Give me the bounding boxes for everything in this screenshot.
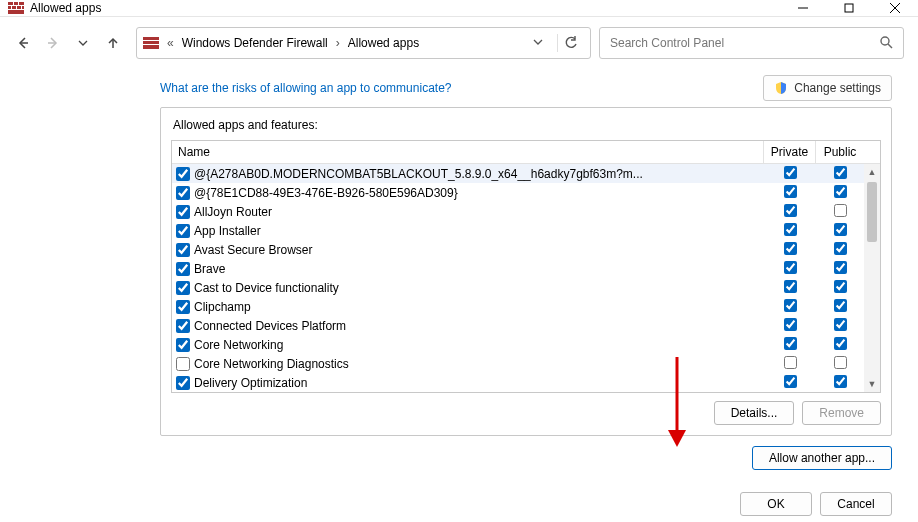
svg-rect-9 [845,4,853,12]
row-private-checkbox[interactable] [784,223,797,236]
row-app-name: App Installer [194,224,764,238]
row-enable-checkbox[interactable] [176,186,190,200]
row-public-checkbox[interactable] [834,318,847,331]
column-header-private[interactable]: Private [764,141,816,163]
title-bar: Allowed apps [0,0,918,17]
row-enable-checkbox[interactable] [176,224,190,238]
address-dropdown-button[interactable] [529,36,547,50]
row-app-name: Core Networking Diagnostics [194,357,764,371]
table-row[interactable]: Brave [172,259,864,278]
row-private-checkbox[interactable] [784,299,797,312]
nav-back-button[interactable] [14,34,32,52]
ok-button[interactable]: OK [740,492,812,516]
details-button[interactable]: Details... [714,401,795,425]
row-private-checkbox[interactable] [784,242,797,255]
search-input[interactable] [610,36,879,50]
table-row[interactable]: Delivery Optimization [172,373,864,392]
search-icon[interactable] [879,35,893,52]
row-private-checkbox[interactable] [784,375,797,388]
row-public-checkbox[interactable] [834,166,847,179]
table-row[interactable]: @{78E1CD88-49E3-476E-B926-580E596AD309} [172,183,864,202]
row-app-name: Delivery Optimization [194,376,764,390]
apps-list: Name Private Public @{A278AB0D.MODERNCOM… [171,140,881,393]
row-private-checkbox[interactable] [784,185,797,198]
groupbox-title: Allowed apps and features: [171,116,881,134]
table-row[interactable]: App Installer [172,221,864,240]
allowed-apps-groupbox: Allowed apps and features: Name Private … [160,107,892,436]
row-enable-checkbox[interactable] [176,167,190,181]
nav-recent-dropdown[interactable] [74,34,92,52]
row-public-checkbox[interactable] [834,204,847,217]
row-enable-checkbox[interactable] [176,243,190,257]
row-public-checkbox[interactable] [834,280,847,293]
table-row[interactable]: AllJoyn Router [172,202,864,221]
row-enable-checkbox[interactable] [176,376,190,390]
svg-rect-3 [13,2,14,5]
refresh-button[interactable] [557,34,584,52]
row-public-checkbox[interactable] [834,261,847,274]
overflow-chevron-icon[interactable]: « [165,36,176,50]
row-private-checkbox[interactable] [784,261,797,274]
search-box[interactable] [599,27,904,59]
row-enable-checkbox[interactable] [176,300,190,314]
svg-rect-15 [143,37,159,49]
row-enable-checkbox[interactable] [176,357,190,371]
breadcrumb-item[interactable]: Windows Defender Firewall [182,36,328,50]
row-enable-checkbox[interactable] [176,338,190,352]
scroll-thumb[interactable] [867,182,877,242]
table-row[interactable]: Cast to Device functionality [172,278,864,297]
remove-button[interactable]: Remove [802,401,881,425]
scrollbar[interactable]: ▲ ▼ [864,164,880,392]
allow-another-app-button[interactable]: Allow another app... [752,446,892,470]
svg-rect-16 [143,40,159,41]
window-controls [780,0,918,16]
row-public-checkbox[interactable] [834,242,847,255]
close-button[interactable] [872,0,918,16]
row-private-checkbox[interactable] [784,166,797,179]
firewall-icon [143,35,159,51]
column-header-name[interactable]: Name [172,141,764,163]
row-private-checkbox[interactable] [784,204,797,217]
shield-icon [774,81,788,95]
scroll-down-button[interactable]: ▼ [864,376,880,392]
window-title: Allowed apps [30,1,780,15]
cancel-button[interactable]: Cancel [820,492,892,516]
row-public-checkbox[interactable] [834,223,847,236]
nav-up-button[interactable] [104,34,122,52]
chevron-right-icon: › [334,36,342,50]
svg-rect-4 [18,2,19,5]
row-app-name: Clipchamp [194,300,764,314]
firewall-icon [8,0,24,16]
row-public-checkbox[interactable] [834,375,847,388]
row-private-checkbox[interactable] [784,318,797,331]
row-app-name: @{78E1CD88-49E3-476E-B926-580E596AD309} [194,186,764,200]
row-public-checkbox[interactable] [834,299,847,312]
row-public-checkbox[interactable] [834,337,847,350]
row-private-checkbox[interactable] [784,337,797,350]
table-row[interactable]: Clipchamp [172,297,864,316]
column-header-public[interactable]: Public [816,141,864,163]
scroll-up-button[interactable]: ▲ [864,164,880,180]
row-private-checkbox[interactable] [784,280,797,293]
table-row[interactable]: @{A278AB0D.MODERNCOMBAT5BLACKOUT_5.8.9.0… [172,164,864,183]
minimize-button[interactable] [780,0,826,16]
nav-forward-button[interactable] [44,34,62,52]
svg-rect-7 [21,6,22,9]
table-row[interactable]: Avast Secure Browser [172,240,864,259]
table-row[interactable]: Core Networking [172,335,864,354]
table-row[interactable]: Connected Devices Platform [172,316,864,335]
risk-link[interactable]: What are the risks of allowing an app to… [160,81,451,95]
row-enable-checkbox[interactable] [176,281,190,295]
row-private-checkbox[interactable] [784,356,797,369]
row-enable-checkbox[interactable] [176,319,190,333]
row-enable-checkbox[interactable] [176,262,190,276]
row-public-checkbox[interactable] [834,185,847,198]
navigation-bar: « Windows Defender Firewall › Allowed ap… [0,17,918,65]
maximize-button[interactable] [826,0,872,16]
table-row[interactable]: Core Networking Diagnostics [172,354,864,373]
address-bar[interactable]: « Windows Defender Firewall › Allowed ap… [136,27,591,59]
row-enable-checkbox[interactable] [176,205,190,219]
change-settings-button[interactable]: Change settings [763,75,892,101]
row-public-checkbox[interactable] [834,356,847,369]
breadcrumb-item[interactable]: Allowed apps [348,36,419,50]
